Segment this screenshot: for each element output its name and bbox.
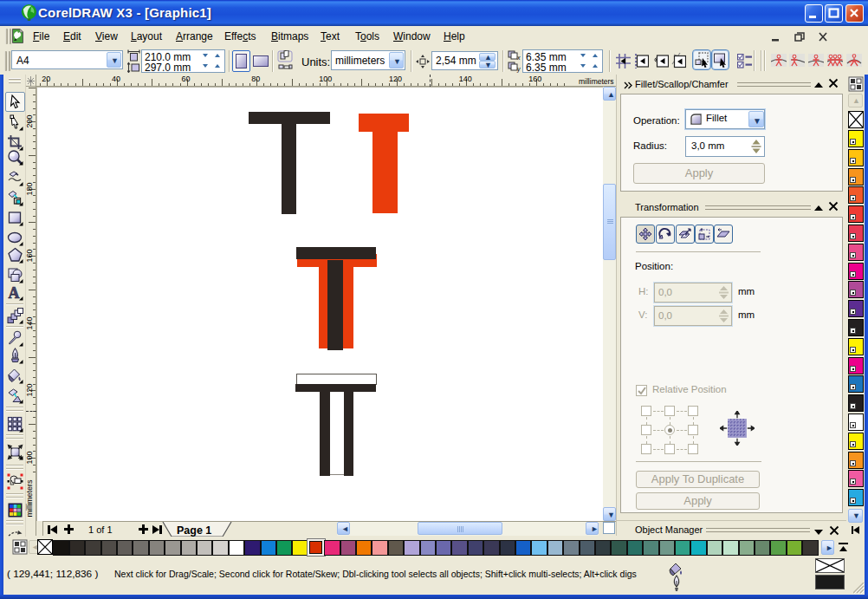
svg-text:1 of 1: 1 of 1 [88,524,113,535]
svg-text:A: A [9,284,20,301]
svg-text:Page 1: Page 1 [177,524,211,537]
svg-text:y: y [516,66,521,73]
svg-text:x: x [516,55,521,61]
